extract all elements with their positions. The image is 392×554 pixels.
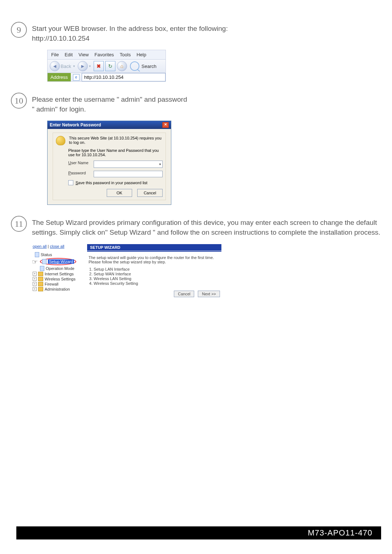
close-icon[interactable]: ✕ <box>162 122 169 128</box>
tree-setup-wizard[interactable]: Setup Wizard <box>48 259 74 264</box>
tree-status[interactable]: Status <box>41 252 52 257</box>
save-password-checkbox[interactable] <box>68 180 73 185</box>
wizard-step-1: Setup LAN Interface <box>94 267 220 271</box>
stop-icon[interactable]: ✖ <box>94 61 104 71</box>
tree-setup-highlight: Setup Wizard <box>40 258 76 265</box>
folder-icon-2 <box>38 277 43 281</box>
file-icon <box>35 252 39 257</box>
file-icon-3 <box>40 266 44 271</box>
address-label: Address <box>48 73 71 81</box>
wizard-step-4: Wireless Security Setting <box>94 281 220 286</box>
step-number-11: 11 <box>11 216 27 232</box>
menu-file[interactable]: File <box>51 52 59 57</box>
wizard-cancel-button[interactable]: Cancel <box>174 291 194 297</box>
folder-icon <box>38 272 43 276</box>
step-text-10: Please enter the username " admin" and p… <box>32 93 187 114</box>
tree-administration[interactable]: Administration <box>45 287 70 291</box>
back-icon[interactable]: ◄ <box>50 61 60 71</box>
folder-icon-3 <box>38 282 43 286</box>
password-dialog: Enter Network Password ✕ This secure Web… <box>47 121 171 205</box>
tree-firewall[interactable]: Firewall <box>45 282 58 286</box>
search-icon[interactable] <box>130 61 139 71</box>
search-label[interactable]: Search <box>142 64 156 69</box>
tree-wireless-settings[interactable]: Wireless Settings <box>45 277 75 281</box>
file-icon-2 <box>42 259 46 264</box>
chevron-down-icon-2[interactable]: ▼ <box>89 65 91 68</box>
step-text-9: Start your WEB browser. In the address b… <box>32 22 228 43</box>
username-label: User Name <box>68 161 94 165</box>
forward-icon[interactable]: ► <box>78 61 88 71</box>
tree-internet-settings[interactable]: Internet Settings <box>45 272 74 276</box>
open-all-link[interactable]: open all <box>33 244 47 248</box>
password-input[interactable] <box>94 171 163 177</box>
menu-tools[interactable]: Tools <box>120 52 131 57</box>
wizard-intro: The setup wizard will guide you to confi… <box>89 255 220 264</box>
menu-edit[interactable]: Edit <box>65 52 73 57</box>
browser-mock: File Edit View Favorites Tools Help ◄ Ba… <box>47 50 166 82</box>
dialog-text-1: This secure Web Site (at 10.10.10.254) r… <box>69 136 163 145</box>
step-number-10: 10 <box>11 93 27 109</box>
expand-icon-2[interactable]: + <box>33 277 37 281</box>
wizard-step-3: Wireless LAN Setting <box>94 276 220 281</box>
wizard-next-button[interactable]: Next >> <box>198 291 220 297</box>
back-label[interactable]: Back <box>61 64 71 69</box>
username-input[interactable]: ▼ <box>94 161 163 168</box>
tree-operation-mode[interactable]: Operation Mode <box>46 266 74 271</box>
save-password-label: Save this password in your password list <box>75 181 147 185</box>
footer-code: M73-APO11-470 <box>16 526 381 539</box>
key-icon <box>56 136 65 145</box>
chevron-down-icon-3: ▼ <box>159 163 162 166</box>
address-input[interactable]: http://10.10.10.254 <box>82 73 166 81</box>
step-number-9: 9 <box>11 22 27 38</box>
ok-button[interactable]: OK <box>107 189 132 197</box>
menu-favorites[interactable]: Favorites <box>94 52 114 57</box>
home-icon[interactable]: ⌂ <box>117 61 127 71</box>
step-text-11: The Setup Wizard provides primary config… <box>32 216 381 237</box>
wizard-title: SETUP WIZARD <box>87 244 221 251</box>
cancel-button[interactable]: Cancel <box>137 189 163 197</box>
dialog-title: Enter Network Password <box>50 122 101 128</box>
menu-view[interactable]: View <box>78 52 89 57</box>
expand-icon[interactable]: + <box>33 272 37 276</box>
wizard-step-2: Setup WAN Interface <box>94 272 220 276</box>
menu-help[interactable]: Help <box>136 52 146 57</box>
close-all-link[interactable]: close all <box>50 244 65 248</box>
dialog-text-2: Please type the User Name and Password t… <box>68 148 163 157</box>
expand-icon-4[interactable]: + <box>33 287 37 291</box>
refresh-icon[interactable]: ↻ <box>105 61 115 71</box>
chevron-down-icon[interactable]: ▼ <box>73 65 75 68</box>
page-icon: e <box>73 74 79 81</box>
password-label: Password <box>68 171 94 175</box>
pointer-icon <box>33 260 40 265</box>
expand-icon-3[interactable]: + <box>33 282 37 286</box>
folder-icon-4 <box>38 287 43 291</box>
